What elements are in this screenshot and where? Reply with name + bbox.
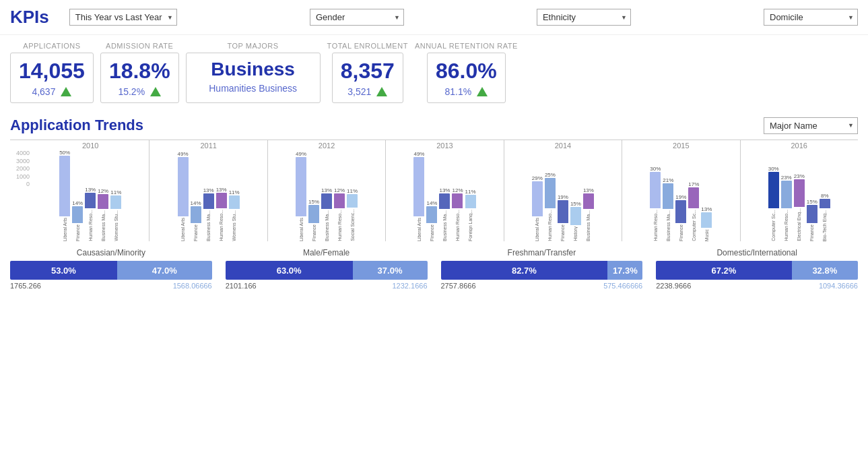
bars-container: 49%Liberal Arts14%Finance13%Business Ma.… bbox=[149, 150, 267, 241]
bar-pct: 13% bbox=[583, 187, 594, 193]
bottom-group-label: Causasian/Minority bbox=[10, 248, 212, 257]
bottom-group-3: Domestic/International67.2%32.8%2238.966… bbox=[656, 248, 858, 290]
bar bbox=[452, 193, 463, 208]
bar-pct: 11% bbox=[347, 188, 358, 194]
bars-container: 30%Computer Sc...23%Human Reso...23%Elec… bbox=[741, 150, 858, 241]
year-group-2016: 201630%Computer Sc...23%Human Reso...23%… bbox=[741, 140, 858, 241]
retention-sub: 81.1% bbox=[444, 86, 471, 97]
bar-pct: 14% bbox=[191, 200, 201, 206]
bar-name: Human Reso... bbox=[337, 210, 342, 241]
major-filter[interactable]: Major Name Department College bbox=[764, 117, 858, 134]
bars-container: 30%Human Reso...21%Business Ma...19%Fina… bbox=[622, 150, 739, 241]
bar-pct: 12% bbox=[98, 188, 108, 194]
bar-wrapper: 14%Finance bbox=[426, 200, 437, 241]
bar-name: History bbox=[573, 226, 578, 241]
bar-name: Business Ma... bbox=[442, 210, 447, 241]
stacked-left: 82.7% bbox=[441, 261, 608, 280]
bar-name: Finance bbox=[809, 224, 814, 241]
bar-pct: 14% bbox=[426, 200, 437, 206]
bar-name: Finance bbox=[679, 224, 683, 241]
bars-container: 49%Liberal Arts14%Finance13%Business Ma.… bbox=[386, 150, 503, 241]
stacked-right: 32.8% bbox=[792, 261, 858, 280]
retention-trend-icon bbox=[477, 87, 488, 96]
applications-value: 14,055 bbox=[19, 59, 85, 84]
bar-name: Finance bbox=[75, 224, 80, 241]
gender-filter[interactable]: Gender Male Female bbox=[310, 9, 404, 26]
applications-trend-icon bbox=[61, 87, 71, 96]
time-filter[interactable]: This Year vs Last Year This Year Last Ye… bbox=[69, 9, 177, 26]
bar-wrapper: 25%Human Reso... bbox=[545, 172, 556, 241]
year-group-2015: 201530%Human Reso...21%Business Ma...19%… bbox=[622, 140, 740, 241]
kpi-cards-section: Applications 14,055 4,637 Admission Rate… bbox=[0, 35, 868, 110]
bar-name: Womens Stu... bbox=[114, 210, 119, 241]
bar-wrapper: 11%Womens Stu... bbox=[110, 189, 121, 241]
ethnicity-filter[interactable]: Ethnicity Caucasian Minority bbox=[537, 9, 631, 26]
bar bbox=[191, 206, 201, 223]
bars-container: 29%Liberal Arts25%Human Reso...19%Financ… bbox=[504, 150, 622, 241]
bar bbox=[321, 193, 332, 209]
bar-name: Womens Stu... bbox=[232, 210, 236, 241]
bar-wrapper: 15%Finance bbox=[308, 199, 319, 241]
stacked-values: 1765.2661568.06666 bbox=[10, 282, 212, 290]
year-label: 2010 bbox=[32, 140, 149, 150]
year-label: 2016 bbox=[741, 140, 858, 150]
bar-wrapper: 15%History bbox=[570, 201, 581, 241]
bar-wrapper: 11%Foreign Lang... bbox=[465, 189, 476, 241]
bar-pct: 25% bbox=[545, 172, 556, 178]
stacked-right: 37.0% bbox=[353, 261, 428, 280]
domicile-filter-wrapper: Domicile Domestic International bbox=[764, 9, 858, 26]
y-label-1000: 1000 bbox=[16, 173, 30, 180]
bar-wrapper: 12%Human Reso... bbox=[452, 187, 463, 241]
bar bbox=[650, 172, 661, 208]
bar-name: Social Scienc... bbox=[350, 209, 355, 241]
domicile-filter[interactable]: Domicile Domestic International bbox=[764, 9, 858, 26]
enrollment-trend-icon bbox=[376, 87, 387, 96]
bar-wrapper: 49%Liberal Arts bbox=[178, 151, 189, 241]
bar-name: Liberal Arts bbox=[63, 218, 67, 241]
bar-name: Business Ma... bbox=[206, 210, 211, 241]
bar-name: Liberal Arts bbox=[299, 218, 304, 241]
bar-name: Human Reso... bbox=[653, 210, 658, 241]
applications-label: Applications bbox=[23, 42, 80, 50]
bar-name: Electrical Eng... bbox=[797, 208, 801, 241]
bar-wrapper: 12%Business Ma... bbox=[98, 188, 108, 241]
bar-wrapper: 49%Liberal Arts bbox=[413, 151, 424, 241]
stacked-right-val: 1094.36666 bbox=[819, 282, 858, 290]
bar-pct: 29% bbox=[532, 175, 543, 181]
stacked-left-val: 2101.166 bbox=[226, 282, 257, 290]
stacked-values: 2101.1661232.1666 bbox=[226, 282, 428, 290]
bar-pct: 8% bbox=[821, 193, 829, 199]
bar-name: Human Reso... bbox=[547, 210, 552, 241]
bars-container: 50%Liberal Arts14%Finance13%Human Reso..… bbox=[32, 150, 149, 241]
bar-name: Finance bbox=[312, 224, 316, 241]
enrollment-card: 8,357 3,521 bbox=[332, 53, 403, 103]
bottom-section: Causasian/Minority53.0%47.0%1765.2661568… bbox=[0, 241, 868, 297]
bar-pct: 19% bbox=[558, 194, 568, 200]
bar-name: Human Reso... bbox=[219, 210, 224, 241]
stacked-left: 53.0% bbox=[10, 261, 117, 280]
bar-pct: 13% bbox=[216, 187, 227, 193]
admission-sub: 15.2% bbox=[118, 86, 145, 97]
bar-pct: 15% bbox=[570, 201, 581, 207]
time-filter-wrapper: This Year vs Last Year This Year Last Ye… bbox=[69, 9, 177, 26]
top-majors-card: Business Humanities Business bbox=[186, 53, 321, 103]
retention-label: Annual Retention Rate bbox=[415, 42, 518, 50]
bar-name: Business Ma... bbox=[666, 210, 671, 241]
bottom-group-label: Freshman/Transfer bbox=[441, 248, 643, 257]
ethnicity-filter-wrapper: Ethnicity Caucasian Minority bbox=[537, 9, 631, 26]
bar-pct: 17% bbox=[688, 181, 699, 187]
trends-header: Application Trends Major Name Department… bbox=[10, 117, 858, 134]
bar-wrapper: 14%Finance bbox=[72, 200, 83, 241]
stacked-left: 67.2% bbox=[656, 261, 791, 280]
bar-wrapper: 13%Human Reso... bbox=[216, 187, 227, 241]
bar bbox=[558, 200, 568, 223]
bar-wrapper: 21%Business Ma... bbox=[663, 177, 673, 241]
stacked-right-val: 1232.1666 bbox=[393, 282, 428, 290]
bar-wrapper: 15%Finance bbox=[807, 199, 817, 241]
bar bbox=[781, 181, 792, 208]
major-filter-wrapper: Major Name Department College bbox=[764, 117, 858, 134]
bar bbox=[820, 199, 830, 208]
admission-label: Admission Rate bbox=[106, 42, 173, 50]
bar-name: Human Reso... bbox=[784, 210, 789, 241]
bar-wrapper: 23%Human Reso... bbox=[781, 175, 792, 241]
